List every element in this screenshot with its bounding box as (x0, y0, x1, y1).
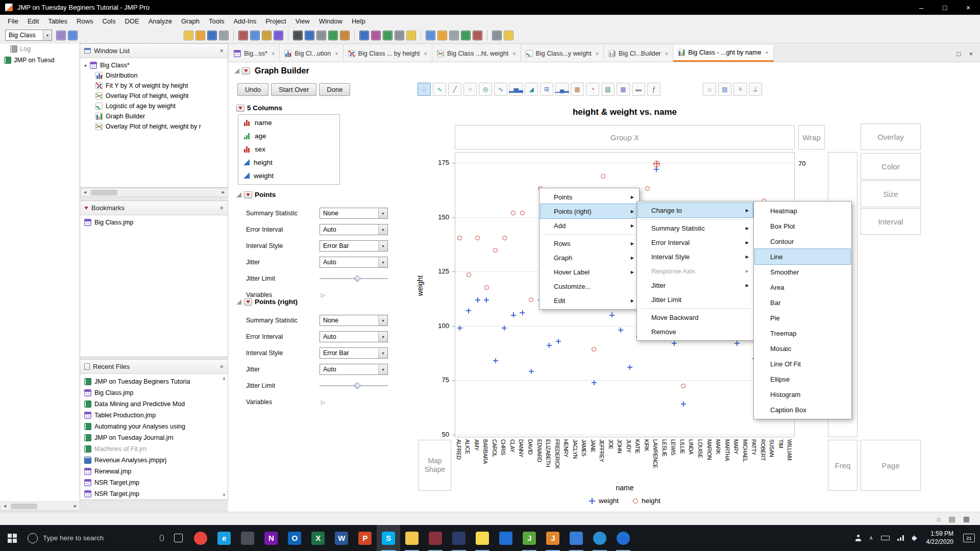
tab-close-icon[interactable]: × (424, 51, 427, 57)
microphone-icon[interactable] (160, 535, 164, 541)
tab-big-cl-builder[interactable]: Big Cl...Builder× (604, 45, 673, 62)
undo-button[interactable]: Undo (237, 83, 268, 96)
menu-item-points-right[interactable]: Points (right)▶ (541, 204, 638, 218)
clipboard-icon[interactable] (492, 31, 502, 40)
menu-doe[interactable]: DOE (120, 15, 143, 28)
points-right-summary-statistic-select[interactable]: None▾ (320, 315, 388, 326)
column-age[interactable]: age (238, 129, 339, 142)
search-input[interactable]: Type here to search (43, 534, 104, 542)
recent-file-item[interactable]: Machines of Fit.jrn (80, 443, 228, 455)
help-tool-icon[interactable] (305, 31, 314, 40)
height-point-chris[interactable] (502, 236, 507, 240)
menu-cols[interactable]: Cols (97, 15, 120, 28)
menu-item-interval-style[interactable]: Interval Style▶ (638, 249, 753, 264)
volume-icon[interactable] (912, 535, 919, 541)
weight-point-lawrence[interactable] (654, 167, 659, 172)
weight-point-alfred[interactable] (457, 325, 462, 331)
menu-item-points[interactable]: Points▶ (541, 190, 638, 204)
height-point-david[interactable] (529, 297, 533, 302)
map-shape-drop-zone[interactable]: Map Shape (419, 440, 451, 491)
menu-project[interactable]: Project (261, 15, 290, 28)
menu-file[interactable]: File (3, 15, 23, 28)
open-file-icon[interactable] (195, 31, 205, 40)
menu-item-add[interactable]: Add▶ (541, 218, 638, 233)
project-tree-hscrollbar[interactable]: ◀ ▶ (0, 502, 80, 511)
menu-help[interactable]: Help (347, 15, 370, 28)
network-icon[interactable] (897, 535, 904, 541)
lasso-tool-icon[interactable] (371, 31, 381, 40)
new-window-icon[interactable] (426, 31, 435, 40)
red-triangle-menu-button[interactable] (242, 67, 250, 74)
menu-item-hover-label[interactable]: Hover Label▶ (541, 265, 638, 279)
column-list-icon[interactable] (68, 31, 78, 40)
recent-file-item[interactable]: JMP on Tuesday Beginers Tutoria (80, 376, 228, 387)
context-dropdown[interactable]: Big Class ▾ (5, 30, 52, 41)
menu-window[interactable]: Window (314, 15, 347, 28)
recent-file-item[interactable]: Renewal.jmp (80, 466, 228, 477)
menu-item-change-to[interactable]: Change to▶ (638, 203, 753, 217)
menu-item-box-plot[interactable]: Box Plot (755, 218, 850, 234)
recent-file-item[interactable]: Data Mining and Predictive Mod (80, 398, 228, 410)
interval-drop-zone[interactable]: Interval (861, 208, 921, 235)
data-table-grid-icon[interactable] (56, 31, 66, 40)
table-element-icon[interactable]: ▤ (718, 83, 731, 96)
tab-close-icon[interactable]: × (335, 51, 338, 57)
weight-point-joe[interactable] (609, 312, 615, 317)
line-element-icon[interactable]: ∿ (494, 83, 507, 96)
menu-item-move-backward[interactable]: Move Backward (638, 310, 753, 324)
collapse-caret-icon[interactable] (236, 192, 241, 197)
magnifier-tool-icon[interactable] (316, 31, 326, 40)
collapse-caret-icon[interactable] (236, 299, 241, 305)
overlay-drop-zone[interactable]: Overlay (861, 123, 921, 150)
weight-point-clay[interactable] (511, 312, 516, 317)
column-weight[interactable]: weight (238, 169, 339, 182)
save-icon[interactable] (207, 31, 217, 40)
height-point-clay[interactable] (511, 211, 516, 215)
bar-element-icon[interactable]: ▂▅▃ (509, 83, 523, 96)
minimize-button[interactable]: – (910, 0, 933, 15)
jmp-starter-taskbar-button[interactable]: J (541, 525, 565, 551)
menu-tools[interactable]: Tools (204, 15, 229, 28)
height-point-kirk[interactable] (645, 186, 650, 191)
scroll-thumb[interactable] (11, 504, 37, 509)
weight-point-john[interactable] (618, 328, 623, 333)
pie-element-icon[interactable]: ◔ (586, 83, 599, 96)
notification-center-icon[interactable]: 21 (963, 534, 975, 542)
menu-item-caption-box[interactable]: Caption Box (755, 402, 850, 417)
tab-close-icon[interactable]: × (272, 51, 275, 57)
recent-file-item[interactable]: Tablet Production.jmp (80, 410, 228, 421)
caption-box-element-icon[interactable]: ▬ (632, 83, 645, 96)
points-element-icon[interactable]: ∴ (418, 83, 431, 96)
column-height[interactable]: height (238, 156, 339, 169)
window-list-root[interactable]: ▾Big Class* (80, 60, 228, 70)
height-point-selected-lawrence[interactable] (653, 161, 660, 167)
points-interval-style-select[interactable]: Error Bar▾ (320, 240, 388, 252)
points-right-error-interval-select[interactable]: Auto▾ (320, 331, 388, 342)
recent-file-item[interactable]: Big Class.jmp (80, 387, 228, 398)
scroll-left-icon[interactable]: ◀ (1, 502, 9, 510)
print-icon[interactable] (219, 31, 229, 40)
brush-tool-icon[interactable] (383, 31, 393, 40)
mosaic-element-icon[interactable]: ▩ (617, 83, 630, 96)
tab-big-class-y-weight[interactable]: Big Class...y weight× (521, 45, 604, 62)
weight-point-barbara[interactable] (484, 297, 489, 303)
height-point-jane[interactable] (592, 347, 596, 352)
column-name[interactable]: name (238, 116, 339, 129)
page-drop-zone[interactable]: Page (861, 440, 921, 491)
formula-element-icon[interactable]: ƒ (647, 83, 660, 96)
menu-item-ellipse[interactable]: Ellipse (755, 371, 850, 387)
menu-item-area[interactable]: Area (755, 280, 850, 295)
menu-item-edit[interactable]: Edit▶ (541, 293, 638, 308)
window-list-item[interactable]: Overlay Plot of height, weight by r (80, 121, 228, 132)
battery-icon[interactable] (881, 536, 890, 540)
points-summary-statistic-select[interactable]: None▾ (320, 208, 388, 219)
weight-point-jane[interactable] (592, 380, 597, 385)
edge-taskbar-button[interactable]: e (212, 525, 236, 551)
cortana-icon[interactable] (28, 533, 38, 543)
points-jitter-limit-slider-thumb[interactable] (354, 275, 361, 282)
people-icon[interactable] (855, 535, 862, 541)
start-over-button[interactable]: Start Over (271, 83, 316, 96)
window-list-item[interactable]: Fit Y by X of weight by height (80, 81, 228, 91)
maximize-button[interactable]: □ (933, 0, 957, 15)
menu-item-graph[interactable]: Graph▶ (541, 251, 638, 265)
